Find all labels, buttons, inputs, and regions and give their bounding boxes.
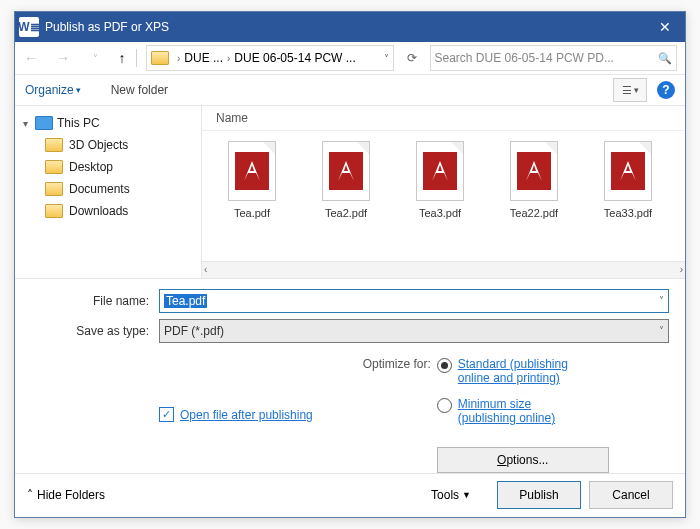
pdf-icon bbox=[510, 141, 558, 201]
filename-value: Tea.pdf bbox=[164, 294, 207, 308]
explorer-body: ▾ This PC 3D Objects Desktop Documents D… bbox=[15, 106, 685, 278]
column-header-name[interactable]: Name bbox=[202, 106, 685, 131]
pdf-icon bbox=[416, 141, 464, 201]
file-icons-row: Tea.pdf Tea2.pdf Tea3.pdf bbox=[202, 131, 685, 260]
search-input[interactable]: Search DUE 06-05-14 PCW PD... 🔍 bbox=[430, 45, 678, 71]
search-icon: 🔍 bbox=[658, 52, 672, 65]
search-placeholder: Search DUE 06-05-14 PCW PD... bbox=[435, 51, 659, 65]
optimize-minimum-label: Minimum size bbox=[458, 397, 531, 411]
tree-label: Downloads bbox=[69, 204, 128, 218]
up-button[interactable]: ↑ bbox=[111, 50, 133, 66]
folder-icon bbox=[45, 160, 63, 174]
chevron-right-icon: › bbox=[177, 53, 180, 64]
chevron-down-icon: ▾ bbox=[76, 85, 81, 95]
file-name: Tea2.pdf bbox=[325, 207, 367, 219]
checkbox-icon: ✓ bbox=[159, 407, 174, 422]
word-icon: W≣ bbox=[19, 17, 39, 37]
filename-label: File name: bbox=[31, 294, 159, 308]
filename-row: File name: Tea.pdf ˅ bbox=[31, 289, 669, 313]
breadcrumb-seg-2[interactable]: DUE 06-05-14 PCW ... bbox=[234, 51, 355, 65]
chevron-down-icon[interactable]: ˅ bbox=[659, 295, 664, 306]
savetype-select[interactable]: PDF (*.pdf) ˅ bbox=[159, 319, 669, 343]
expand-toggle-icon[interactable]: ▾ bbox=[19, 118, 31, 129]
optimize-standard-label-2: online and printing) bbox=[458, 371, 560, 385]
chevron-down-icon[interactable]: ˅ bbox=[659, 325, 664, 336]
tree-label: This PC bbox=[57, 116, 100, 130]
window-title: Publish as PDF or XPS bbox=[45, 20, 645, 34]
back-button[interactable]: ← bbox=[20, 50, 42, 66]
scroll-left-icon[interactable]: ‹ bbox=[204, 264, 207, 275]
toolbar: Organize ▾ New folder ☰ ▾ ? bbox=[15, 75, 685, 106]
file-list: Name Tea.pdf Tea2.pdf bbox=[202, 106, 685, 277]
scroll-right-icon[interactable]: › bbox=[680, 264, 683, 275]
recent-dropdown[interactable]: ˅ bbox=[84, 53, 106, 64]
tree-label: Documents bbox=[69, 182, 130, 196]
open-after-checkbox[interactable]: ✓ Open file after publishing bbox=[159, 357, 313, 473]
optimize-standard-radio[interactable]: Standard (publishing online and printing… bbox=[437, 357, 619, 385]
folder-icon bbox=[45, 204, 63, 218]
chevron-right-icon: › bbox=[227, 53, 230, 64]
file-name: Tea.pdf bbox=[234, 207, 270, 219]
hide-folders-label: Hide Folders bbox=[37, 488, 105, 502]
radio-icon bbox=[437, 358, 452, 373]
optimize-label: Optimize for: bbox=[363, 357, 431, 473]
chevron-down-icon: ▼ bbox=[462, 490, 471, 500]
breadcrumb[interactable]: › DUE ... › DUE 06-05-14 PCW ... ˅ bbox=[146, 45, 394, 71]
folder-icon bbox=[45, 182, 63, 196]
file-item[interactable]: Tea22.pdf bbox=[498, 141, 570, 260]
file-name: Tea33.pdf bbox=[604, 207, 652, 219]
optimize-minimum-radio[interactable]: Minimum size (publishing online) bbox=[437, 397, 619, 425]
tree-item-desktop[interactable]: Desktop bbox=[19, 156, 197, 178]
folder-tree[interactable]: ▾ This PC 3D Objects Desktop Documents D… bbox=[15, 106, 202, 277]
breadcrumb-seg-1[interactable]: DUE ... bbox=[184, 51, 223, 65]
publish-button[interactable]: Publish bbox=[497, 481, 581, 509]
filename-input[interactable]: Tea.pdf ˅ bbox=[159, 289, 669, 313]
nav-separator bbox=[136, 49, 137, 67]
lower-pane: File name: Tea.pdf ˅ Save as type: PDF (… bbox=[15, 279, 685, 473]
open-after-label: Open file after publishing bbox=[180, 408, 313, 422]
breadcrumb-dropdown-icon[interactable]: ˅ bbox=[384, 53, 389, 64]
pdf-icon bbox=[604, 141, 652, 201]
new-folder-button[interactable]: New folder bbox=[111, 83, 168, 97]
optimize-standard-label: Standard (publishing bbox=[458, 357, 568, 371]
file-item[interactable]: Tea2.pdf bbox=[310, 141, 382, 260]
radio-icon bbox=[437, 398, 452, 413]
view-mode-button[interactable]: ☰ ▾ bbox=[613, 78, 647, 102]
close-button[interactable]: ✕ bbox=[645, 12, 685, 42]
horizontal-scrollbar[interactable]: ‹ › bbox=[202, 261, 685, 278]
options-button[interactable]: OOptions...ptions... bbox=[437, 447, 609, 473]
view-icon: ☰ bbox=[622, 84, 632, 97]
tools-menu[interactable]: Tools ▼ bbox=[431, 488, 471, 502]
folder-icon bbox=[151, 51, 169, 65]
dialog-footer: ˄ Hide Folders Tools ▼ Publish Cancel bbox=[15, 473, 685, 517]
title-bar: W≣ Publish as PDF or XPS ✕ bbox=[15, 12, 685, 42]
optimize-minimum-label-2: (publishing online) bbox=[458, 411, 555, 425]
file-item[interactable]: Tea33.pdf bbox=[592, 141, 664, 260]
tree-label: Desktop bbox=[69, 160, 113, 174]
pdf-icon bbox=[322, 141, 370, 201]
file-item[interactable]: Tea3.pdf bbox=[404, 141, 476, 260]
tree-this-pc[interactable]: ▾ This PC bbox=[19, 112, 197, 134]
help-button[interactable]: ? bbox=[657, 81, 675, 99]
file-item[interactable]: Tea.pdf bbox=[216, 141, 288, 260]
hide-folders-toggle[interactable]: ˄ Hide Folders bbox=[27, 488, 105, 502]
chevron-down-icon: ▾ bbox=[634, 85, 639, 95]
cancel-button[interactable]: Cancel bbox=[589, 481, 673, 509]
pdf-icon bbox=[228, 141, 276, 201]
savetype-row: Save as type: PDF (*.pdf) ˅ bbox=[31, 319, 669, 343]
navigation-bar: ← → ˅ ↑ › DUE ... › DUE 06-05-14 PCW ...… bbox=[15, 42, 685, 75]
folder-icon bbox=[45, 138, 63, 152]
savetype-value: PDF (*.pdf) bbox=[164, 324, 224, 338]
file-name: Tea22.pdf bbox=[510, 207, 558, 219]
refresh-button[interactable]: ⟳ bbox=[400, 51, 424, 65]
organize-menu[interactable]: Organize bbox=[25, 83, 74, 97]
savetype-label: Save as type: bbox=[31, 324, 159, 338]
tools-label: Tools bbox=[431, 488, 459, 502]
forward-button[interactable]: → bbox=[52, 50, 74, 66]
tree-item-downloads[interactable]: Downloads bbox=[19, 200, 197, 222]
file-name: Tea3.pdf bbox=[419, 207, 461, 219]
tree-item-documents[interactable]: Documents bbox=[19, 178, 197, 200]
chevron-up-icon: ˄ bbox=[27, 488, 33, 502]
tree-item-3d-objects[interactable]: 3D Objects bbox=[19, 134, 197, 156]
this-pc-icon bbox=[35, 116, 53, 130]
